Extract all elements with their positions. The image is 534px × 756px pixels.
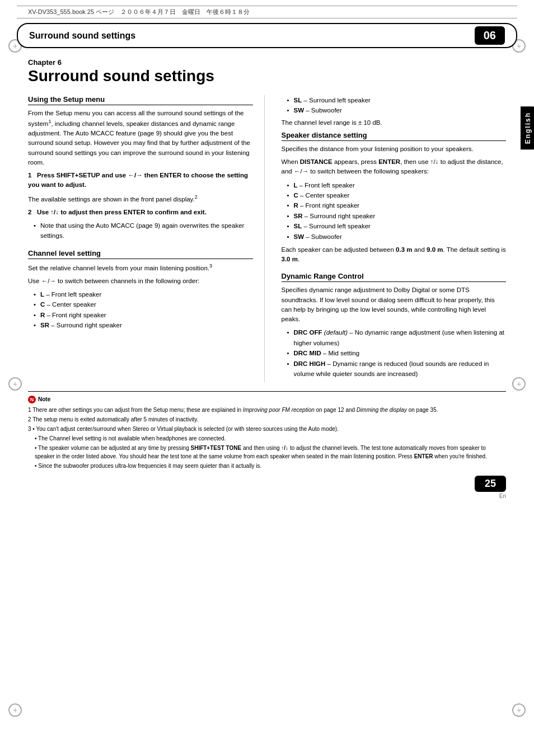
step-2-bullets: Note that using the Auto MCACC (page 9) … <box>28 220 253 241</box>
distance-range: Each speaker can be adjusted between 0.3… <box>282 245 507 265</box>
note-item-3c: • The speaker volume can be adjusted at … <box>28 444 506 461</box>
setup-para1: From the Setup menu you can access all t… <box>28 109 253 167</box>
channel-cont-bullets: SL – Surround left speaker SW – Subwoofe… <box>282 95 507 116</box>
distance-bullet-L: L – Front left speaker <box>287 180 507 190</box>
corner-decoration-ml <box>8 377 22 391</box>
distance-bullet-SW: SW – Subwoofer <box>287 232 507 242</box>
chapter-title: Surround sound settings <box>28 68 506 85</box>
distance-bullet-SL: SL – Surround left speaker <box>287 221 507 231</box>
page: English XV-DV353_555.book 25 ページ ２００６年４月… <box>0 6 534 756</box>
channel-bullet-C: C – Center speaker <box>34 299 253 309</box>
distance-bullets: L – Front left speaker C – Center speake… <box>282 180 507 242</box>
corner-decoration-mr <box>512 377 526 391</box>
corner-decoration-br <box>512 703 526 717</box>
header-title: Surround sound settings <box>29 31 469 41</box>
distance-para1: Specifies the distance from your listeni… <box>282 144 507 154</box>
section-heading-distance: Speaker distance setting <box>282 131 507 141</box>
page-footer: 25 <box>28 476 506 492</box>
note-item-3b: • The Channel level setting is not avail… <box>28 434 506 443</box>
step-2-num: 2 Use ↑/↓ to adjust then press ENTER to … <box>28 209 207 215</box>
footnote-3: 3 <box>209 263 212 269</box>
distance-bullet-C: C – Center speaker <box>287 190 507 200</box>
header-ribbon: Surround sound settings 06 <box>17 23 517 48</box>
page-lang: En <box>0 493 506 499</box>
channel-para1: Set the relative channel levels from you… <box>28 262 253 273</box>
note-item-3a: 3 • You can't adjust center/surround whe… <box>28 425 506 433</box>
header-ribbon-inner: Surround sound settings 06 <box>17 23 517 48</box>
section-heading-setup: Using the Setup menu <box>28 95 253 105</box>
section-heading-channel: Channel level setting <box>28 249 253 259</box>
drc-bullet-off: DRC OFF (default) – No dynamic range adj… <box>287 327 507 348</box>
note-label: Note <box>38 395 50 403</box>
drc-bullet-mid: DRC MID – Mid setting <box>287 348 507 358</box>
top-bar-text: XV-DV353_555.book 25 ページ ２００６年４月７日 金曜日 午… <box>28 8 250 15</box>
language-tab: English <box>521 106 534 149</box>
note-item-3d: • Since the subwoofer produces ultra-low… <box>28 462 506 470</box>
channel-para2: Use ←/→ to switch between channels in th… <box>28 276 253 286</box>
left-column: Using the Setup menu From the Setup menu… <box>28 95 265 383</box>
channel-bullet-R: R – Front right speaker <box>34 310 253 320</box>
note-item-2: 2 The setup menu is exited automatically… <box>28 415 506 424</box>
channel-range: The channel level range is ± 10 dB. <box>282 118 507 128</box>
channel-bullet-SW: SW – Subwoofer <box>287 105 507 115</box>
step-1-sub: The available settings are shown in the … <box>28 194 253 204</box>
distance-bullet-SR: SR – Surround right speaker <box>287 211 507 221</box>
note-item-1: 1 There are other settings you can adjus… <box>28 406 506 414</box>
step-1: 1 Press SHIFT+SETUP and use ←/→ then ENT… <box>28 171 253 190</box>
page-number: 25 <box>475 476 506 492</box>
channel-bullet-SL: SL – Surround left speaker <box>287 95 507 105</box>
main-content: Chapter 6 Surround sound settings Using … <box>28 58 506 382</box>
step-1-num: 1 Press SHIFT+SETUP and use ←/→ then ENT… <box>28 172 248 188</box>
chapter-number: 06 <box>475 26 505 45</box>
top-bar: XV-DV353_555.book 25 ページ ２００６年４月７日 金曜日 午… <box>17 6 517 18</box>
footnote-1: 1 <box>48 119 51 124</box>
channel-bullet-L: L – Front left speaker <box>34 289 253 299</box>
drc-para1: Specifies dynamic range adjustment to Do… <box>282 285 507 324</box>
step-2-bullet-1: Note that using the Auto MCACC (page 9) … <box>34 220 253 241</box>
corner-decoration-bl <box>8 703 22 717</box>
right-column: SL – Surround left speaker SW – Subwoofe… <box>282 95 507 383</box>
drc-bullets: DRC OFF (default) – No dynamic range adj… <box>282 327 507 379</box>
drc-bullet-high: DRC HIGH – Dynamic range is reduced (lou… <box>287 359 507 379</box>
chapter-label: Chapter 6 <box>28 58 506 67</box>
channel-bullet-SR: SR – Surround right speaker <box>34 320 253 330</box>
note-icon: N <box>28 396 36 403</box>
distance-bullet-R: R – Front right speaker <box>287 200 507 210</box>
channel-bullets: L – Front left speaker C – Center speake… <box>28 289 253 331</box>
footnote-2: 2 <box>195 194 198 200</box>
section-heading-drc: Dynamic Range Control <box>282 272 507 282</box>
note-box: N Note 1 There are other settings you ca… <box>28 391 506 470</box>
note-title: N Note <box>28 395 506 403</box>
two-column-layout: Using the Setup menu From the Setup menu… <box>28 95 506 383</box>
step-2: 2 Use ↑/↓ to adjust then press ENTER to … <box>28 208 253 217</box>
distance-para2: When DISTANCE appears, press ENTER, then… <box>282 157 507 177</box>
